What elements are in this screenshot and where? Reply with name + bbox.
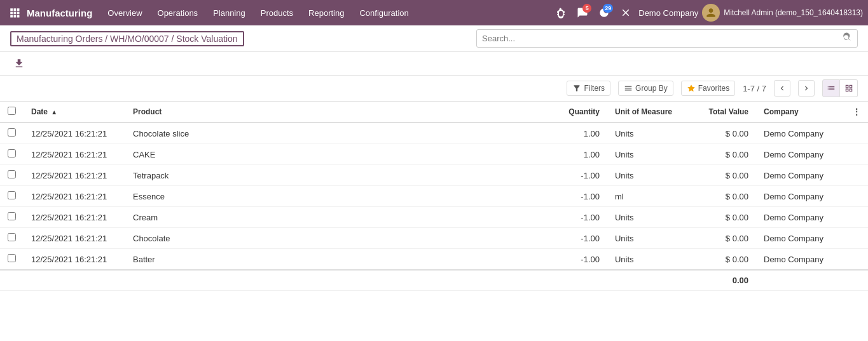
user-menu[interactable]: Mitchell Admin (demo_150_1640418313) [702, 4, 863, 22]
row-checkbox[interactable] [8, 149, 16, 157]
cell-company: Demo Company [756, 123, 845, 144]
bug-icon-button[interactable] [552, 4, 570, 22]
cell-options [845, 186, 868, 207]
svg-rect-7 [14, 15, 17, 18]
cell-company: Demo Company [756, 207, 845, 228]
table-row: 12/25/2021 16:21:21 Essence -1.00 ml $ 0… [0, 186, 868, 207]
cell-options [845, 165, 868, 186]
cell-quantity: -1.00 [556, 228, 607, 249]
menu-configuration[interactable]: Configuration [352, 0, 416, 25]
close-icon-button[interactable] [617, 4, 635, 22]
menu-operations[interactable]: Operations [150, 0, 206, 25]
row-checkbox[interactable] [8, 254, 16, 262]
svg-rect-1 [14, 8, 17, 11]
cell-options [845, 249, 868, 271]
svg-rect-0 [10, 8, 13, 11]
row-checkbox-cell[interactable] [0, 207, 24, 228]
row-checkbox-cell[interactable] [0, 165, 24, 186]
column-options-icon[interactable]: ⋮ [853, 107, 860, 116]
next-page-button[interactable] [798, 80, 815, 97]
search-icon[interactable] [842, 32, 852, 44]
topnav-right-section: 5 29 Demo Company Mitchell Admin (demo_1… [552, 4, 863, 22]
row-checkbox[interactable] [8, 233, 16, 241]
breadcrumb-search-row: Manufacturing Orders / WH/MO/00007 / Sto… [0, 25, 868, 52]
moon-icon-button[interactable]: 29 [595, 4, 613, 22]
filters-button[interactable]: Filters [567, 81, 610, 96]
cell-options [845, 207, 868, 228]
row-checkbox[interactable] [8, 212, 16, 220]
table-header-row: Date ▲ Product Quantity Unit of Measure … [0, 102, 868, 123]
chat-icon-button[interactable]: 5 [574, 4, 591, 22]
cell-quantity: 1.00 [556, 123, 607, 144]
select-all-checkbox[interactable] [8, 107, 16, 115]
breadcrumb[interactable]: Manufacturing Orders / WH/MO/00007 / Sto… [10, 31, 244, 46]
search-box[interactable] [476, 29, 858, 48]
chat-badge: 5 [582, 4, 591, 13]
cell-company: Demo Company [756, 249, 845, 271]
svg-rect-5 [17, 12, 20, 15]
cell-date: 12/25/2021 16:21:21 [24, 144, 125, 165]
row-checkbox[interactable] [8, 170, 16, 178]
username-label: Mitchell Admin (demo_150_1640418313) [724, 8, 863, 17]
cell-total-value: $ 0.00 [680, 249, 756, 271]
row-checkbox-cell[interactable] [0, 123, 24, 144]
main-menu: Overview Operations Planning Products Re… [100, 0, 549, 25]
favorites-button[interactable]: Favorites [681, 81, 735, 96]
table-row: 12/25/2021 16:21:21 Chocolate -1.00 Unit… [0, 228, 868, 249]
company-name: Demo Company [638, 8, 698, 18]
row-checkbox-cell[interactable] [0, 186, 24, 207]
groupby-label: Group By [635, 84, 668, 93]
row-checkbox-cell[interactable] [0, 249, 24, 271]
cell-product: Essence [125, 186, 556, 207]
cell-date: 12/25/2021 16:21:21 [24, 249, 125, 271]
prev-page-button[interactable] [774, 80, 790, 97]
cell-date: 12/25/2021 16:21:21 [24, 207, 125, 228]
cell-options [845, 123, 868, 144]
cell-date: 12/25/2021 16:21:21 [24, 228, 125, 249]
col-header-quantity[interactable]: Quantity [556, 102, 607, 123]
download-button[interactable] [10, 55, 28, 72]
select-all-checkbox-header[interactable] [0, 102, 24, 123]
cell-product: Cream [125, 207, 556, 228]
top-navigation: Manufacturing Overview Operations Planni… [0, 0, 868, 25]
row-checkbox-cell[interactable] [0, 144, 24, 165]
menu-planning[interactable]: Planning [205, 0, 253, 25]
col-header-date[interactable]: Date ▲ [24, 102, 125, 123]
search-input[interactable] [482, 34, 839, 43]
apps-menu-button[interactable] [5, 3, 24, 22]
cell-total-value: $ 0.00 [680, 186, 756, 207]
groupby-button[interactable]: Group By [618, 81, 673, 96]
cell-options [845, 228, 868, 249]
col-header-company[interactable]: Company [756, 102, 845, 123]
list-view-button[interactable] [822, 79, 840, 97]
page-header: Manufacturing Orders / WH/MO/00007 / Sto… [0, 25, 868, 102]
cell-company: Demo Company [756, 228, 845, 249]
cell-product: Batter [125, 249, 556, 271]
cell-uom: Units [607, 228, 680, 249]
sort-arrow-icon: ▲ [51, 109, 57, 116]
cell-company: Demo Company [756, 186, 845, 207]
row-checkbox[interactable] [8, 128, 16, 137]
menu-overview[interactable]: Overview [100, 0, 149, 25]
svg-rect-6 [10, 15, 13, 18]
menu-reporting[interactable]: Reporting [301, 0, 352, 25]
cell-quantity: -1.00 [556, 186, 607, 207]
row-checkbox[interactable] [8, 191, 16, 199]
page-info: 1-7 / 7 [743, 84, 766, 93]
menu-products[interactable]: Products [253, 0, 301, 25]
col-header-uom[interactable]: Unit of Measure [607, 102, 680, 123]
col-header-options[interactable]: ⋮ [845, 102, 868, 123]
col-header-product[interactable]: Product [125, 102, 556, 123]
cell-quantity: -1.00 [556, 207, 607, 228]
col-header-total-value[interactable]: Total Value [680, 102, 756, 123]
cell-product: CAKE [125, 144, 556, 165]
stock-valuation-table: Date ▲ Product Quantity Unit of Measure … [0, 102, 868, 291]
table-row: 12/25/2021 16:21:21 Cream -1.00 Units $ … [0, 207, 868, 228]
cell-uom: Units [607, 249, 680, 271]
app-brand: Manufacturing [27, 8, 92, 18]
cell-uom: Units [607, 144, 680, 165]
grid-view-button[interactable] [840, 79, 858, 97]
cell-date: 12/25/2021 16:21:21 [24, 186, 125, 207]
row-checkbox-cell[interactable] [0, 228, 24, 249]
filters-label: Filters [584, 84, 605, 93]
